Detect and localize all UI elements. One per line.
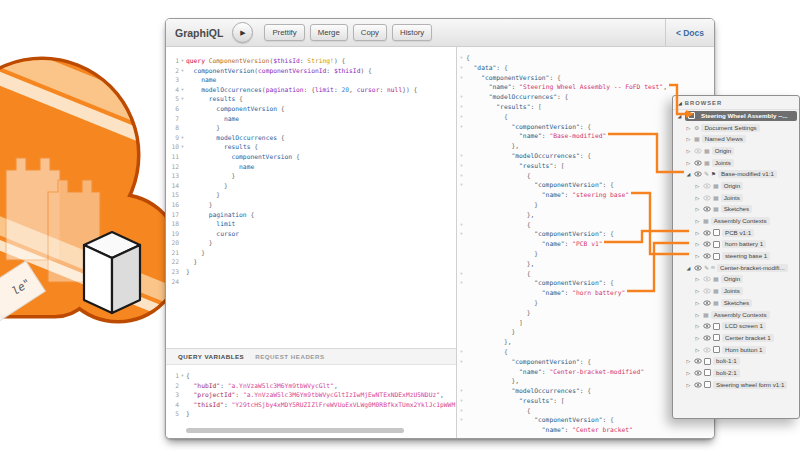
eye-visibility-icon[interactable]	[694, 382, 702, 388]
fold-marker-icon[interactable]: ▾	[457, 122, 466, 132]
fold-marker-icon[interactable]	[457, 327, 466, 337]
fold-marker-icon[interactable]: ▾	[179, 94, 186, 104]
docs-button[interactable]: < Docs	[665, 19, 714, 46]
fold-marker-icon[interactable]: ▾	[457, 415, 466, 425]
fold-marker-icon[interactable]: ▾	[457, 151, 466, 161]
disclosure-arrow-icon[interactable]: ◢	[685, 171, 692, 177]
tree-row-steering-wheel-assembly[interactable]: ◢Steering Wheel Assembly --...	[673, 110, 799, 122]
fold-marker-icon[interactable]	[179, 238, 186, 248]
history-button[interactable]: History	[392, 24, 432, 41]
fold-marker-icon[interactable]: ▾	[457, 347, 466, 357]
tree-row-sketches[interactable]: ▷▦Sketches	[673, 297, 799, 309]
fold-marker-icon[interactable]: ▾	[457, 269, 466, 279]
fold-marker-icon[interactable]	[457, 239, 466, 249]
disclosure-arrow-icon[interactable]: ▷	[694, 312, 701, 318]
eye-visibility-icon[interactable]	[703, 276, 711, 282]
disclosure-arrow-icon[interactable]: ▷	[685, 125, 692, 131]
fold-marker-icon[interactable]: ▾	[457, 180, 466, 190]
tree-row-bolt-1-1[interactable]: ▷bolt-1:1	[673, 355, 799, 367]
fold-marker-icon[interactable]: ▾	[457, 220, 466, 230]
fold-marker-icon[interactable]: ▾	[457, 386, 466, 396]
fold-marker-icon[interactable]	[457, 298, 466, 308]
tree-row-base-modified-v1-1[interactable]: ◢✎⚑Base-modified v1:1	[673, 168, 799, 180]
fold-marker-icon[interactable]	[457, 210, 466, 220]
fold-marker-icon[interactable]: ▾	[457, 73, 466, 83]
copy-button[interactable]: Copy	[353, 24, 387, 41]
fold-marker-icon[interactable]	[179, 409, 186, 419]
eye-visibility-icon[interactable]	[703, 288, 711, 294]
disclosure-arrow-icon[interactable]: ▷	[694, 288, 701, 294]
fold-marker-icon[interactable]: ▾	[179, 142, 186, 152]
fold-marker-icon[interactable]: ▾	[457, 53, 466, 63]
disclosure-arrow-icon[interactable]: ▷	[694, 206, 701, 212]
eye-visibility-icon[interactable]	[703, 300, 711, 306]
prettify-button[interactable]: Prettify	[264, 24, 304, 41]
fold-marker-icon[interactable]: ▾	[457, 396, 466, 406]
eye-visibility-icon[interactable]	[703, 230, 711, 236]
fold-marker-icon[interactable]	[457, 376, 466, 386]
disclosure-arrow-icon[interactable]: ▷	[694, 183, 701, 189]
merge-button[interactable]: Merge	[310, 24, 348, 41]
fold-marker-icon[interactable]	[179, 248, 186, 258]
fold-marker-icon[interactable]	[179, 104, 186, 114]
disclosure-arrow-icon[interactable]: ▷	[694, 253, 701, 259]
tree-row-bolt-2-1[interactable]: ▷bolt-2:1	[673, 367, 799, 379]
disclosure-arrow-icon[interactable]: ▷	[694, 218, 701, 224]
tree-row-joints[interactable]: ▷▦Joints	[673, 285, 799, 297]
disclosure-arrow-icon[interactable]: ▷	[685, 136, 692, 142]
fold-marker-icon[interactable]	[179, 400, 186, 410]
fold-marker-icon[interactable]	[179, 171, 186, 181]
fold-marker-icon[interactable]	[457, 131, 466, 141]
fold-marker-icon[interactable]	[179, 229, 186, 239]
eye-visibility-icon[interactable]	[694, 171, 702, 177]
tree-row-assembly-contexts[interactable]: ▷▦Assembly Contexts	[673, 309, 799, 321]
fold-marker-icon[interactable]: ▾	[457, 63, 466, 73]
fold-marker-icon[interactable]: ▾	[179, 56, 186, 66]
browser-header[interactable]: ◢ BROWSER	[673, 96, 799, 110]
fold-marker-icon[interactable]	[457, 141, 466, 151]
tree-row-origin[interactable]: ▷▦Origin	[673, 180, 799, 192]
disclosure-arrow-icon[interactable]: ▷	[694, 195, 701, 201]
eye-visibility-icon[interactable]	[703, 195, 711, 201]
selected-item-bar[interactable]: Steering Wheel Assembly --...	[685, 111, 797, 121]
eye-visibility-icon[interactable]	[703, 183, 711, 189]
disclosure-arrow-icon[interactable]: ▷	[685, 148, 692, 154]
disclosure-arrow-icon[interactable]: ▷	[694, 230, 701, 236]
tree-row-center-bracket-1[interactable]: ▷Center bracket 1	[673, 332, 799, 344]
eye-visibility-icon[interactable]	[703, 323, 711, 329]
eye-visibility-icon[interactable]	[694, 358, 702, 364]
disclosure-arrow-icon[interactable]: ◢	[685, 265, 692, 271]
fold-marker-icon[interactable]	[179, 152, 186, 162]
fold-marker-icon[interactable]	[179, 114, 186, 124]
eye-visibility-icon[interactable]	[694, 265, 702, 271]
eye-visibility-icon[interactable]	[694, 160, 702, 166]
eye-visibility-icon[interactable]	[694, 370, 702, 376]
fold-marker-icon[interactable]	[179, 162, 186, 172]
fold-marker-icon[interactable]: ▾	[457, 112, 466, 122]
fold-marker-icon[interactable]: ▾	[179, 371, 186, 381]
horizontal-scrollbar[interactable]	[186, 428, 404, 433]
fold-marker-icon[interactable]	[179, 257, 186, 267]
tree-row-horn-battery-1[interactable]: ▷horn battery 1	[673, 239, 799, 251]
variables-editor[interactable]: 1▾{2 "hubId": "a.YnVzaW5lc3M6Ym9tbWVycGl…	[166, 365, 456, 438]
tree-row-steering-base-1[interactable]: ▷steering base 1	[673, 250, 799, 262]
fold-marker-icon[interactable]	[179, 200, 186, 210]
tree-row-named-views[interactable]: ▷▦Named Views	[673, 133, 799, 145]
tree-row-sketches[interactable]: ▷▦Sketches	[673, 204, 799, 216]
fold-marker-icon[interactable]	[457, 259, 466, 269]
disclosure-arrow-icon[interactable]: ▷	[685, 382, 692, 388]
fold-marker-icon[interactable]	[179, 75, 186, 85]
eye-visibility-icon[interactable]	[703, 241, 711, 247]
disclosure-arrow-icon[interactable]: ▷	[685, 358, 692, 364]
eye-visibility-icon[interactable]	[694, 148, 702, 154]
tree-row-center-bracket-modifi[interactable]: ◢✎∞Center-bracket-modifi...	[673, 262, 799, 274]
fold-marker-icon[interactable]: ▾	[179, 133, 186, 143]
fold-marker-icon[interactable]	[179, 210, 186, 220]
tree-row-joints[interactable]: ▷▦Joints	[673, 192, 799, 204]
fold-marker-icon[interactable]: ▾	[457, 92, 466, 102]
tree-row-assembly-contexts[interactable]: ▷▦Assembly Contexts	[673, 215, 799, 227]
fold-marker-icon[interactable]	[179, 267, 186, 277]
tree-row-origin[interactable]: ▷▦Origin	[673, 145, 799, 157]
tree-row-joints[interactable]: ▷▦Joints	[673, 157, 799, 169]
tab-query-variables[interactable]: QUERY VARIABLES	[178, 353, 244, 360]
